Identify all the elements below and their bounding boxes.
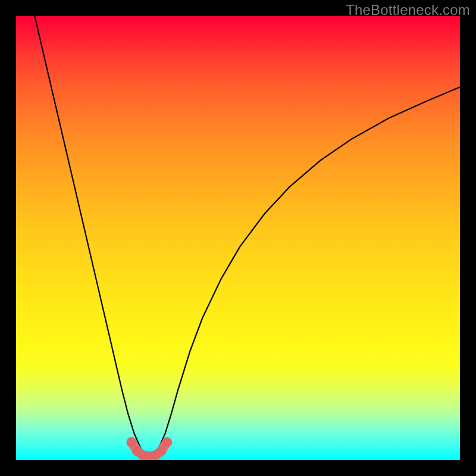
min-marker-dot [127, 437, 137, 447]
min-marker-dot [156, 446, 166, 456]
bottleneck-curve-path [35, 16, 460, 456]
curve-min-markers [127, 437, 173, 460]
bottleneck-chart: TheBottleneck.com [0, 0, 476, 476]
curve-layer [16, 16, 460, 460]
min-marker-dot [162, 437, 172, 447]
plot-area [16, 16, 460, 460]
watermark-text: TheBottleneck.com [346, 2, 470, 18]
